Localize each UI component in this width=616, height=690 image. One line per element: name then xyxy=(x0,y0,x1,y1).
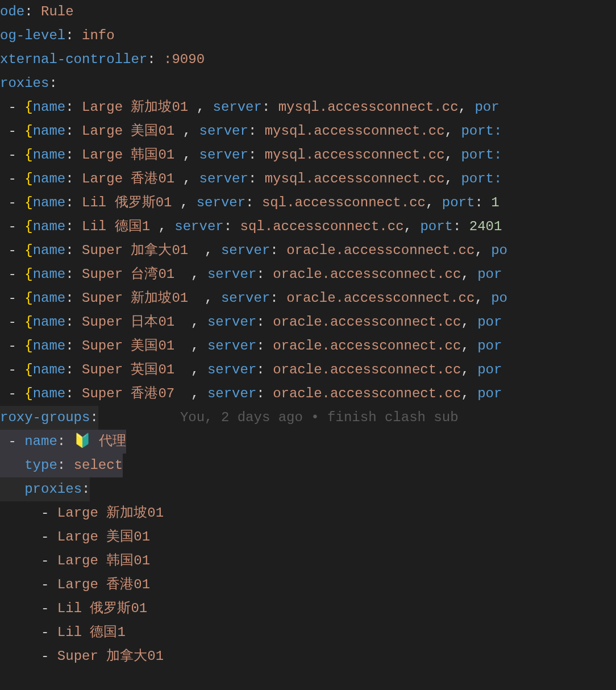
yaml-key: server xyxy=(207,386,256,401)
code-line[interactable]: - {name: Super 美国01 , server: oracle.acc… xyxy=(0,334,616,358)
yaml-key: server xyxy=(213,99,261,115)
brace-icon: { xyxy=(24,290,32,306)
code-line[interactable]: ode: Rule xyxy=(0,0,616,24)
code-editor[interactable]: ode: Rule og-level: info xternal-control… xyxy=(0,0,616,668)
yaml-key: name xyxy=(24,434,57,449)
server-value: sql.accessconnect.cc xyxy=(240,219,404,234)
yaml-key: proxies xyxy=(24,481,82,497)
yaml-value: 🔰 代理 xyxy=(74,434,126,449)
brace-icon: { xyxy=(24,386,32,401)
yaml-key: name xyxy=(33,99,66,115)
yaml-key: roxies xyxy=(0,76,49,91)
brace-icon: { xyxy=(24,123,32,139)
yaml-key: xternal-controller xyxy=(0,52,147,67)
yaml-key: name xyxy=(33,267,66,282)
code-line[interactable]: - {name: Lil 俄罗斯01 , server: sql.accessc… xyxy=(0,191,616,215)
proxy-item: Lil 德国1 xyxy=(57,625,126,640)
server-value: mysql.accessconnect.cc xyxy=(278,99,459,115)
yaml-key: name xyxy=(33,362,66,377)
yaml-key: name xyxy=(33,338,66,354)
yaml-number: 2401 xyxy=(469,219,502,234)
server-value: mysql.accessconnect.cc xyxy=(265,171,445,186)
brace-icon: { xyxy=(24,195,32,210)
yaml-key: server xyxy=(174,219,223,234)
yaml-key: name xyxy=(33,123,66,139)
server-value: oracle.accessconnect.cc xyxy=(273,267,461,282)
yaml-value: info xyxy=(82,28,115,43)
server-value: oracle.accessconnect.cc xyxy=(273,362,461,377)
brace-icon: { xyxy=(24,243,32,258)
code-line[interactable]: - Lil 德国1 xyxy=(0,621,616,645)
yaml-value: Rule xyxy=(41,4,74,19)
server-value: oracle.accessconnect.cc xyxy=(286,290,475,306)
proxy-name: Super 香港07 xyxy=(82,386,191,401)
yaml-key: por xyxy=(477,338,502,354)
yaml-key: name xyxy=(33,147,66,163)
yaml-key: server xyxy=(207,338,256,354)
yaml-key: por xyxy=(477,362,502,377)
server-value: mysql.accessconnect.cc xyxy=(265,147,445,163)
code-line[interactable]: - {name: Large 香港01 , server: mysql.acce… xyxy=(0,167,616,191)
server-value: oracle.accessconnect.cc xyxy=(286,243,475,258)
yaml-key: name xyxy=(33,219,66,234)
code-line[interactable]: roxies: xyxy=(0,72,616,95)
brace-icon: { xyxy=(24,267,32,282)
code-line[interactable]: - name: 🔰 代理 xyxy=(0,430,616,454)
server-value: oracle.accessconnect.cc xyxy=(273,314,461,330)
code-line[interactable]: roxy-groups: You, 2 days ago • finish cl… xyxy=(0,406,616,430)
gitlens-annotation: You, 2 days ago • finish clash sub xyxy=(180,410,459,425)
code-line[interactable]: - {name: Large 韩国01 , server: mysql.acce… xyxy=(0,143,616,167)
server-value: oracle.accessconnect.cc xyxy=(273,386,461,401)
code-line[interactable]: - {name: Super 香港07 , server: oracle.acc… xyxy=(0,382,616,406)
yaml-number: 1 xyxy=(491,195,499,210)
proxy-item: Super 加拿大01 xyxy=(57,649,164,664)
code-line[interactable]: - Large 新加坡01 xyxy=(0,501,616,525)
yaml-value: select xyxy=(74,458,123,473)
server-value: oracle.accessconnect.cc xyxy=(273,338,461,354)
code-line[interactable]: - {name: Super 日本01 , server: oracle.acc… xyxy=(0,310,616,334)
yaml-key: port: xyxy=(461,147,502,163)
code-line[interactable]: - {name: Super 英国01 , server: oracle.acc… xyxy=(0,358,616,382)
code-line[interactable]: - {name: Lil 德国1 , server: sql.accesscon… xyxy=(0,215,616,239)
yaml-key: server xyxy=(207,267,256,282)
code-line[interactable]: - Lil 俄罗斯01 xyxy=(0,597,616,621)
code-line[interactable]: type: select xyxy=(0,454,616,477)
code-line[interactable]: - Large 美国01 xyxy=(0,525,616,549)
code-line[interactable]: - {name: Super 新加坡01 , server: oracle.ac… xyxy=(0,286,616,310)
proxy-name: Super 加拿大01 xyxy=(82,243,205,258)
code-line[interactable]: - {name: Super 台湾01 , server: oracle.acc… xyxy=(0,263,616,286)
yaml-key: server xyxy=(207,314,256,330)
code-line[interactable]: og-level: info xyxy=(0,24,616,48)
yaml-key: name xyxy=(33,314,66,330)
brace-icon: { xyxy=(24,362,32,377)
yaml-key: type xyxy=(24,458,57,473)
yaml-key: roxy-groups xyxy=(0,410,90,425)
proxy-name: Large 美国01 xyxy=(82,123,183,139)
yaml-key: port: xyxy=(461,123,502,139)
proxy-name: Lil 德国1 xyxy=(82,219,158,234)
brace-icon: { xyxy=(24,314,32,330)
code-line[interactable]: - {name: Large 美国01 , server: mysql.acce… xyxy=(0,119,616,143)
proxy-name: Super 新加坡01 xyxy=(82,290,205,306)
yaml-key: server xyxy=(199,147,248,163)
yaml-key: server xyxy=(197,195,245,210)
server-value: mysql.accessconnect.cc xyxy=(265,123,445,139)
code-line[interactable]: proxies: xyxy=(0,477,616,501)
brace-icon: { xyxy=(24,219,32,234)
proxy-name: Super 英国01 xyxy=(82,362,191,377)
yaml-key: por xyxy=(477,314,502,330)
yaml-key: por xyxy=(477,267,502,282)
brace-icon: { xyxy=(24,338,32,354)
code-line[interactable]: xternal-controller: :9090 xyxy=(0,48,616,72)
code-line[interactable]: - Large 韩国01 xyxy=(0,549,616,573)
proxy-name: Super 美国01 xyxy=(82,338,191,354)
yaml-key: port xyxy=(442,195,475,210)
code-line[interactable]: - Large 香港01 xyxy=(0,573,616,597)
code-line[interactable]: - Super 加拿大01 xyxy=(0,645,616,668)
proxy-item: Lil 俄罗斯01 xyxy=(57,601,147,616)
code-line[interactable]: - {name: Super 加拿大01 , server: oracle.ac… xyxy=(0,239,616,263)
proxy-name: Lil 俄罗斯01 xyxy=(82,195,180,210)
code-line[interactable]: - {name: Large 新加坡01 , server: mysql.acc… xyxy=(0,95,616,119)
server-value: sql.accessconnect.cc xyxy=(262,195,426,210)
yaml-key: por xyxy=(475,99,499,115)
